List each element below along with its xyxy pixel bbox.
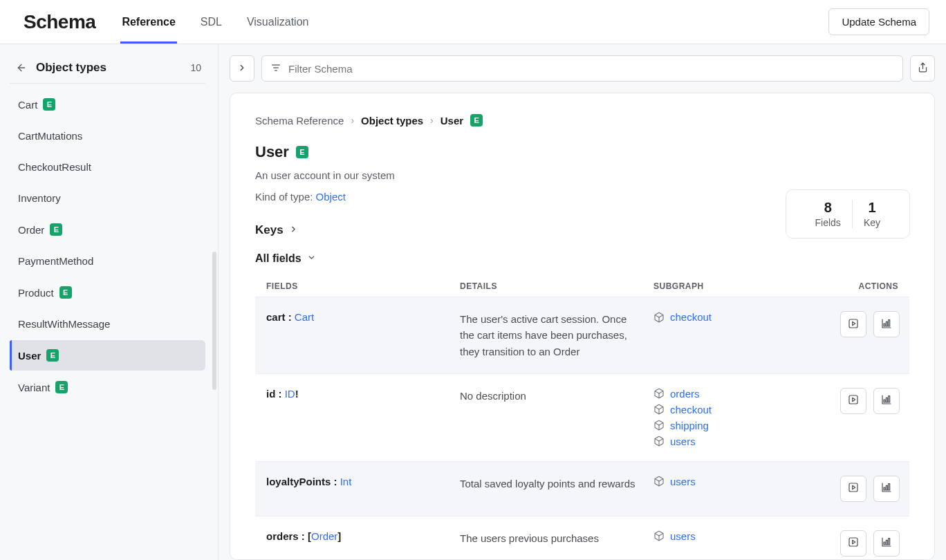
kind-value-link[interactable]: Object <box>316 191 346 203</box>
sidebar-item-variant[interactable]: VariantE <box>10 372 205 402</box>
col-subgraph: SUBGRAPH <box>653 281 840 291</box>
svg-marker-7 <box>853 321 855 325</box>
update-schema-button[interactable]: Update Schema <box>828 8 929 35</box>
field-description: No description <box>460 388 653 404</box>
view-insights-button[interactable] <box>873 311 900 337</box>
svg-rect-23 <box>884 487 885 490</box>
sidebar-item-label: Order <box>18 224 44 236</box>
subgraph-link[interactable]: checkout <box>670 404 712 416</box>
tab-sdl[interactable]: SDL <box>201 0 222 44</box>
sidebar-item-label: Product <box>18 287 54 299</box>
field-type-link[interactable]: Cart <box>295 311 314 323</box>
filter-schema-input[interactable] <box>288 63 894 75</box>
stat-key-number: 1 <box>864 200 880 216</box>
tab-reference[interactable]: Reference <box>122 0 175 44</box>
chart-icon <box>881 318 892 331</box>
sidebar-item-label: CartMutations <box>18 130 82 142</box>
breadcrumb-group[interactable]: Object types <box>361 115 423 127</box>
field-type-link[interactable]: Order <box>311 530 337 542</box>
filter-icon <box>270 62 281 75</box>
subgraph-link-row: orders <box>653 388 840 400</box>
expand-panel-button[interactable] <box>230 55 254 82</box>
field-type-link[interactable]: ID <box>285 388 295 400</box>
field-subgraphs: users <box>653 476 840 487</box>
stats-box: 8 Fields 1 Key <box>786 189 910 239</box>
view-insights-button[interactable] <box>873 476 900 502</box>
chevron-down-icon <box>307 252 316 265</box>
field-description: Total saved loyalty points and rewards <box>460 476 653 492</box>
col-fields: FIELDS <box>266 281 460 291</box>
run-query-button[interactable] <box>840 388 866 414</box>
view-insights-button[interactable] <box>873 388 900 414</box>
entity-badge: E <box>296 146 308 158</box>
sidebar-header: Object types 10 <box>10 54 205 83</box>
keys-label: Keys <box>255 223 284 237</box>
stat-key-label: Key <box>864 217 880 228</box>
sidebar-item-user[interactable]: UserE <box>10 340 205 371</box>
sidebar-item-paymentmethod[interactable]: PaymentMethod <box>10 246 205 276</box>
subgraph-link-row: checkout <box>653 404 840 416</box>
subgraph-link[interactable]: shipping <box>670 420 709 431</box>
sidebar-item-resultwithmessage[interactable]: ResultWithMessage <box>10 309 205 339</box>
field-row: loyaltyPoints : IntTotal saved loyalty p… <box>255 461 909 516</box>
entity-badge: E <box>55 381 68 393</box>
col-actions: ACTIONS <box>840 281 898 291</box>
run-query-button[interactable] <box>840 311 866 337</box>
sidebar-item-inventory[interactable]: Inventory <box>10 183 205 213</box>
brand-title: Schema <box>24 11 95 33</box>
subgraph-link[interactable]: users <box>670 530 696 542</box>
all-fields-section-header[interactable]: All fields <box>255 252 909 265</box>
sidebar-scrollbar[interactable] <box>212 252 216 390</box>
subgraph-link[interactable]: users <box>670 436 696 447</box>
sidebar-item-order[interactable]: OrderE <box>10 214 205 245</box>
svg-rect-8 <box>884 324 885 326</box>
subgraph-link[interactable]: users <box>670 476 696 487</box>
run-query-button[interactable] <box>840 530 866 557</box>
field-subgraphs: orderscheckoutshippingusers <box>653 388 840 447</box>
subgraph-link[interactable]: orders <box>670 388 700 400</box>
breadcrumb-root[interactable]: Schema Reference <box>255 115 344 127</box>
svg-rect-31 <box>889 539 890 545</box>
run-query-button[interactable] <box>840 476 866 502</box>
field-type-link[interactable]: Int <box>340 476 352 487</box>
sidebar-item-product[interactable]: ProductE <box>10 277 205 308</box>
svg-marker-16 <box>853 398 855 402</box>
sidebar-item-cartmutations[interactable]: CartMutations <box>10 121 205 151</box>
subgraph-link-row: checkout <box>653 311 840 323</box>
sidebar-item-label: Variant <box>18 382 50 393</box>
cube-icon <box>653 530 665 541</box>
svg-rect-6 <box>849 319 857 328</box>
svg-rect-18 <box>886 398 887 403</box>
chart-icon <box>881 394 892 407</box>
entity-badge: E <box>46 349 59 362</box>
chevron-right-icon <box>237 63 247 75</box>
breadcrumb-sep: › <box>351 115 354 126</box>
main-area: 8 Fields 1 Key Schema Reference › Object… <box>219 44 946 560</box>
play-icon <box>848 394 859 407</box>
svg-rect-24 <box>886 486 887 491</box>
filter-schema-input-wrap[interactable] <box>261 55 903 82</box>
sidebar-item-label: PaymentMethod <box>18 255 93 267</box>
field-row: cart : CartThe user's active cart sessio… <box>255 297 909 373</box>
sidebar-item-checkoutresult[interactable]: CheckoutResult <box>10 152 205 182</box>
field-name-cell: id : ID! <box>266 388 460 400</box>
top-tabs: Reference SDL Visualization <box>122 0 308 44</box>
chart-icon <box>881 482 892 495</box>
sidebar-count: 10 <box>190 62 201 73</box>
stat-fields: 8 Fields <box>804 200 852 228</box>
fields-table-header: FIELDS DETAILS SUBGRAPH ACTIONS <box>255 277 909 297</box>
workspace: Object types 10 CartECartMutationsChecko… <box>0 44 946 560</box>
subgraph-link[interactable]: checkout <box>670 311 712 323</box>
back-arrow-icon[interactable] <box>15 62 28 74</box>
sidebar-item-cart[interactable]: CartE <box>10 89 205 120</box>
cube-icon <box>653 388 665 399</box>
entity-badge: E <box>50 223 62 236</box>
subgraph-link-row: users <box>653 530 840 542</box>
sidebar-item-label: Cart <box>18 99 37 111</box>
view-insights-button[interactable] <box>873 530 900 557</box>
tab-visualization[interactable]: Visualization <box>247 0 309 44</box>
play-icon <box>848 318 859 331</box>
breadcrumb: Schema Reference › Object types › User E <box>255 114 909 127</box>
field-subgraphs: users <box>653 530 840 542</box>
export-button[interactable] <box>910 55 935 82</box>
